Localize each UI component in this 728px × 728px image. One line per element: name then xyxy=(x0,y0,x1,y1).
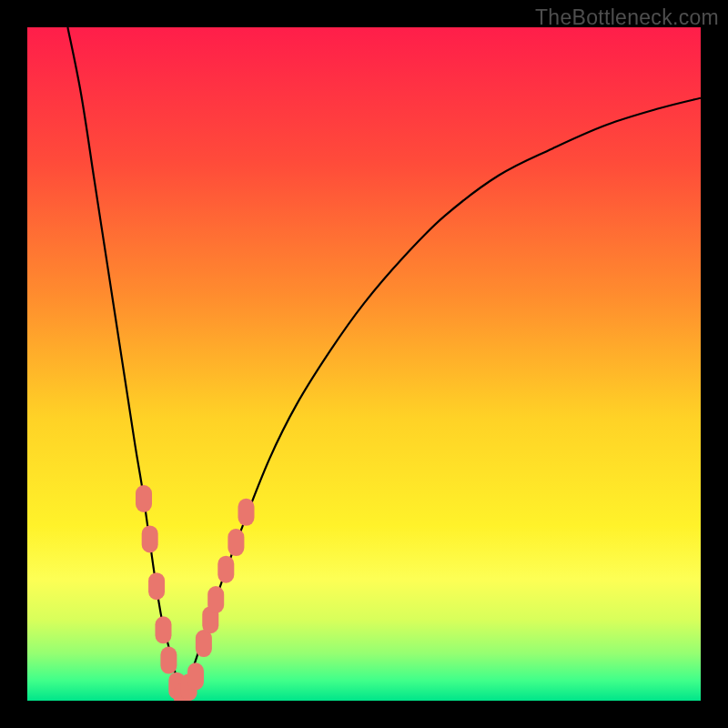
marker-point xyxy=(155,616,171,643)
watermark-text: TheBottleneck.com xyxy=(535,5,719,30)
marker-point xyxy=(238,499,255,526)
marker-point xyxy=(187,662,204,690)
plot-area xyxy=(27,27,701,701)
marker-point xyxy=(207,586,224,613)
marker-point xyxy=(196,630,212,657)
chart-svg xyxy=(27,27,701,701)
marker-point xyxy=(217,556,234,583)
marker-point xyxy=(160,647,177,674)
marker-point xyxy=(136,485,152,512)
chart-frame: TheBottleneck.com xyxy=(0,0,728,728)
marker-point xyxy=(228,529,244,556)
marker-point xyxy=(148,572,165,600)
marker-point xyxy=(142,525,158,552)
